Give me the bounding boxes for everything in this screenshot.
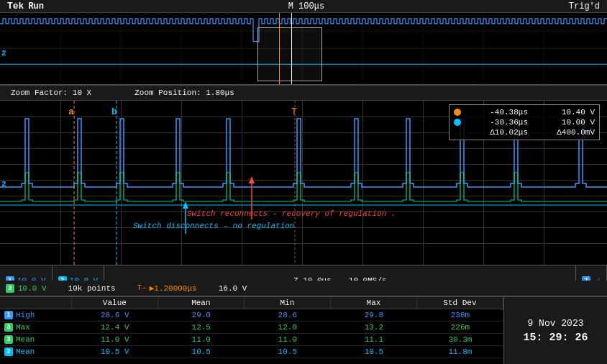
meas-row2-stddev: 226m bbox=[417, 322, 503, 333]
meas-row3-value: 11.0 V bbox=[72, 334, 158, 345]
ch3-value: 10.0 V bbox=[18, 284, 47, 293]
brand-logo: Tek bbox=[7, 1, 24, 12]
cursor-a-time: -40.38μs bbox=[464, 108, 528, 117]
svg-marker-18 bbox=[249, 176, 255, 183]
timebase-display: M 100μs bbox=[288, 1, 324, 12]
meas-row-mean-ch2: 2 Mean 10.5 V 10.5 10.5 10.5 11.8m bbox=[0, 346, 503, 358]
cursor-measurement-box: -40.38μs 10.40 V -30.36μs 10.00 V Δ10.02… bbox=[449, 104, 600, 140]
annotation-reconnect: Switch reconnects – recovery of regulati… bbox=[187, 209, 396, 218]
meas-row1-label: 1 High bbox=[0, 309, 72, 321]
meas-row2-ch: 3 bbox=[4, 323, 13, 332]
date-display: 9 Nov 2023 bbox=[527, 318, 583, 329]
ch2-overview-label: 2 bbox=[1, 49, 6, 58]
col-min: Min bbox=[245, 297, 331, 309]
cursor-a-dot bbox=[454, 109, 461, 116]
cursor-b-dot bbox=[454, 119, 461, 126]
cursor-delta-time: Δ10.02μs bbox=[464, 128, 528, 137]
record-length-status: 10k points bbox=[68, 284, 116, 293]
main-waveform-area: a b T 2 Switch reconnects – recovery of … bbox=[0, 101, 607, 265]
cursor-a-label: a bbox=[68, 106, 74, 117]
ch3-status: 3 10.0 V bbox=[6, 284, 47, 293]
meas-row3-ch: 3 bbox=[4, 335, 13, 344]
trigger-status: Trig'd bbox=[569, 1, 600, 12]
meas-row3-max: 11.1 bbox=[331, 334, 417, 345]
meas-row1-ch: 1 bbox=[4, 311, 13, 319]
datetime-box: 9 Nov 2023 15: 29: 26 bbox=[503, 296, 607, 364]
zoom-info-bar: Zoom Factor: 10 X Zoom Position: 1.80μs bbox=[0, 85, 607, 101]
zoom-factor: Zoom Factor: 10 X bbox=[11, 88, 91, 97]
meas-table-header: Value Mean Min Max Std Dev bbox=[0, 297, 503, 309]
meas-row3-label: 3 Mean bbox=[0, 334, 72, 345]
meas-row2-value: 12.4 V bbox=[72, 322, 158, 333]
meas-row4-value: 10.5 V bbox=[72, 346, 158, 358]
zoom-position: Zoom Position: 1.80μs bbox=[134, 88, 234, 97]
meas-row1-stddev: 238m bbox=[417, 309, 503, 321]
col-mean: Mean bbox=[158, 297, 245, 309]
ch3-indicator: 3 bbox=[6, 284, 14, 293]
meas-row2-max: 13.2 bbox=[331, 322, 417, 333]
ch2-main-label: 2 bbox=[1, 180, 6, 188]
cursor-delta-voltage: Δ400.0mV bbox=[531, 128, 595, 137]
meas-row2-min: 12.0 bbox=[245, 322, 331, 333]
meas-row1-max: 29.8 bbox=[331, 309, 417, 321]
meas-row1-value: 28.6 V bbox=[72, 309, 158, 321]
measurements-table: Value Mean Min Max Std Dev 1 High 28.6 V… bbox=[0, 296, 503, 364]
meas-row4-mean: 10.5 bbox=[158, 346, 245, 358]
meas-row4-stddev: 11.8m bbox=[417, 346, 503, 358]
annotation-disconnect: Switch disconnects – no regulation bbox=[133, 222, 294, 230]
meas-row1-min: 28.6 bbox=[245, 309, 331, 321]
cursor-b-label: b bbox=[111, 106, 117, 117]
top-bar: Tek Run M 100μs Trig'd bbox=[0, 0, 607, 13]
meas-row2-type: Max bbox=[16, 323, 30, 332]
meas-row4-max: 10.5 bbox=[331, 346, 417, 358]
meas-row2-label: 3 Max bbox=[0, 322, 72, 333]
meas-row1-type: High bbox=[16, 311, 35, 319]
col-value: Value bbox=[72, 297, 158, 309]
trigger-delay-status: T→ ▶1.20000μs bbox=[137, 283, 197, 293]
time-display: 15: 29: 26 bbox=[523, 332, 588, 344]
meas-row3-type: Mean bbox=[16, 335, 35, 344]
meas-row-high: 1 High 28.6 V 29.0 28.6 29.8 238m bbox=[0, 309, 503, 322]
meas-row3-stddev: 30.3m bbox=[417, 334, 503, 345]
cursor-b-time: -30.36μs bbox=[464, 118, 528, 127]
meas-row3-mean: 11.0 bbox=[158, 334, 245, 345]
col-max: Max bbox=[331, 297, 417, 309]
cursor-a-voltage: 10.40 V bbox=[531, 108, 595, 117]
ch-right-voltage: 16.0 V bbox=[219, 284, 247, 293]
meas-row2-mean: 12.5 bbox=[158, 322, 245, 333]
meas-row4-label: 2 Mean bbox=[0, 346, 72, 358]
meas-row-max: 3 Max 12.4 V 12.5 12.0 13.2 226m bbox=[0, 322, 503, 334]
overview-zoom-region bbox=[257, 27, 322, 81]
meas-row-mean-ch3: 3 Mean 11.0 V 11.0 11.0 11.1 30.3m bbox=[0, 334, 503, 346]
run-status: Run bbox=[28, 1, 44, 12]
meas-row4-min: 10.5 bbox=[245, 346, 331, 358]
meas-row3-min: 11.0 bbox=[245, 334, 331, 345]
trigger-delay-value: ▶1.20000μs bbox=[150, 283, 197, 293]
col-stddev: Std Dev bbox=[417, 297, 503, 309]
cursor-b-voltage: 10.00 V bbox=[531, 118, 595, 127]
meas-row4-type: Mean bbox=[16, 347, 35, 356]
overview-cursor-a bbox=[279, 13, 280, 84]
status-bottom-bar: 3 10.0 V 10k points T→ ▶1.20000μs 16.0 V bbox=[0, 281, 607, 296]
cursor-t-label: T bbox=[291, 106, 297, 117]
record-length: 10k points bbox=[68, 284, 116, 293]
overview-cursor-b bbox=[291, 13, 292, 84]
overview-waveform: 2 bbox=[0, 13, 607, 85]
ch-right-val: 16.0 V bbox=[219, 284, 247, 293]
meas-row1-mean: 29.0 bbox=[158, 309, 245, 321]
col-label bbox=[0, 297, 72, 309]
meas-row4-ch: 2 bbox=[4, 347, 13, 356]
trigger-delay-label: T→ bbox=[137, 284, 146, 292]
